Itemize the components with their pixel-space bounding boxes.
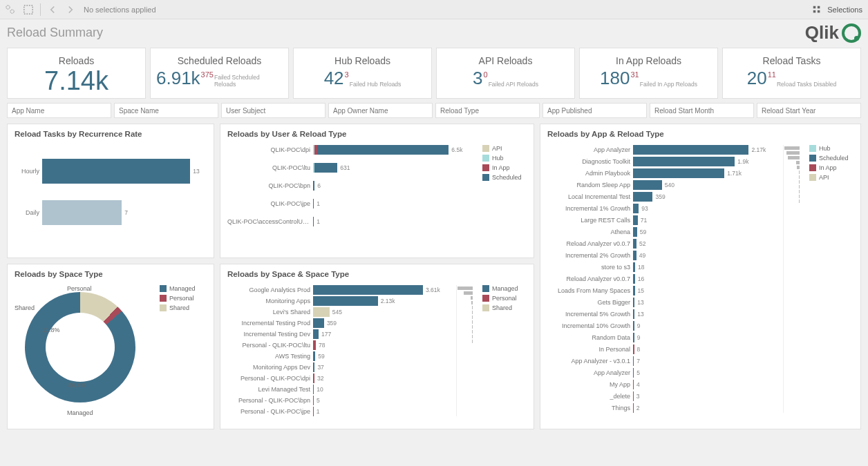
bar-label: Diagnostic Toolkit (547, 158, 630, 165)
bar-row[interactable]: Daily7 (15, 200, 207, 225)
bar-segment (313, 340, 316, 350)
bar-row[interactable]: Incremental 10% Growth9 (547, 321, 769, 331)
panel-by-space[interactable]: Reloads by Space & Space Type Google Ana… (220, 264, 534, 429)
bar-row[interactable]: Incremental Testing Prod359 (227, 318, 442, 328)
bar-row[interactable]: Local Incremental Test359 (547, 192, 769, 202)
step-back-icon[interactable] (45, 2, 60, 17)
bar-row[interactable]: App Analyzer5 (547, 368, 769, 378)
bar-row[interactable]: QLIK-POC\jpe1 (227, 199, 473, 208)
swatch-icon (482, 155, 489, 162)
panel-by-app[interactable]: Reloads by App & Reload Type App Analyze… (540, 124, 861, 429)
bar-row[interactable]: Random Data9 (547, 333, 769, 342)
bar-row[interactable]: My App4 (547, 380, 769, 389)
kpi-tasks[interactable]: Reload Tasks 20 11 Reload Tasks Disabled (722, 48, 861, 99)
bar-row[interactable]: Reload Analyzer v0.0.716 (547, 274, 769, 284)
bar-row[interactable]: Gets Bigger13 (547, 298, 769, 307)
legend-item[interactable]: In App (482, 164, 527, 171)
legend-item[interactable]: Shared (160, 304, 196, 311)
bar-row[interactable]: QLIK-POC\ltu631 (227, 163, 473, 173)
step-forward-icon[interactable] (63, 2, 78, 17)
kpi-inapp[interactable]: In App Reloads 180 31 Failed In App Relo… (579, 48, 718, 99)
legend-item[interactable]: Managed (160, 285, 196, 292)
bar-row[interactable]: Large REST Calls71 (547, 215, 769, 225)
kpi-reloads[interactable]: Reloads 7.14k (7, 48, 146, 99)
bar-row[interactable]: Loads From Many Spaces15 (547, 286, 769, 295)
bar-row[interactable]: Things2 (547, 403, 769, 413)
legend-item[interactable]: API (482, 145, 527, 152)
selections-panel-icon[interactable] (809, 2, 824, 17)
minimap-bar (799, 185, 800, 188)
legend-item[interactable]: Personal (160, 295, 196, 302)
minimap-bar (799, 190, 800, 193)
bar-row[interactable]: Personal - QLIK-POC\jpe1 (227, 407, 442, 416)
minimap-space[interactable] (456, 285, 473, 416)
minimap-bar (472, 335, 473, 338)
filter-reload-type[interactable]: Reload Type (435, 103, 540, 118)
selections-panel-label[interactable]: Selections (827, 6, 862, 14)
bar-row[interactable]: QLIK-POC\dpi6.5k (227, 145, 473, 155)
kpi-api[interactable]: API Reloads 3 0 Failed API Reloads (436, 48, 575, 99)
legend-item[interactable]: API (809, 174, 853, 181)
bar-row[interactable]: In Personal8 (547, 344, 769, 354)
bar-value: 78 (319, 342, 325, 349)
bar-row[interactable]: store to s318 (547, 262, 769, 272)
legend-item[interactable]: Shared (482, 304, 527, 311)
bar-row[interactable]: Athena59 (547, 227, 769, 237)
filter-user-subject[interactable]: User Subject (221, 103, 326, 118)
bar-row[interactable]: Levi Managed Test10 (227, 385, 442, 394)
bar-row[interactable]: App Analyzer2.17k (547, 145, 769, 155)
filter-app-owner-name[interactable]: App Owner Name (328, 103, 433, 118)
selections-tool-icon[interactable] (21, 2, 36, 17)
filter-app-name[interactable]: App Name (7, 103, 111, 118)
kpi-hub[interactable]: Hub Reloads 42 3 Failed Hub Reloads (293, 48, 432, 99)
filter-space-name[interactable]: Space Name (114, 103, 218, 118)
kpi-scheduled[interactable]: Scheduled Reloads 6.91k 375 Failed Sched… (150, 48, 289, 99)
bar-value: 8 (637, 346, 641, 353)
bar-row[interactable]: Personal - QLIK-POC\dpi32 (227, 373, 442, 383)
bar-row[interactable]: Admin Playbook1.71k (547, 168, 769, 178)
filter-reload-start-year[interactable]: Reload Start Year (757, 103, 861, 118)
bar-row[interactable]: Levi's Shared545 (227, 307, 442, 317)
legend-item[interactable]: Scheduled (809, 155, 853, 162)
bar-row[interactable]: Personal - QLIK-POC\ltu78 (227, 340, 442, 350)
legend-item[interactable]: Hub (482, 155, 527, 162)
legend-item[interactable]: In App (809, 164, 853, 171)
bar-row[interactable]: Google Analytics Prod3.61k (227, 285, 442, 295)
bar-row[interactable]: QLIK-POC\accessControlUser011 (227, 217, 473, 226)
logo-text: Qlik (805, 22, 839, 43)
legend-item[interactable]: Hub (809, 145, 853, 152)
bar-row[interactable]: _delete3 (547, 391, 769, 401)
filter-app-published[interactable]: App Published (542, 103, 647, 118)
bar-segment (633, 380, 634, 389)
bar-row[interactable]: QLIK-POC\bpn6 (227, 181, 473, 191)
bar-row[interactable]: Monitoring Apps Dev37 (227, 362, 442, 372)
logo-q-icon (842, 23, 861, 43)
bar-label: Things (547, 405, 630, 411)
bar-row[interactable]: Incremental 5% Growth13 (547, 309, 769, 319)
minimap-bar (796, 161, 800, 164)
bar-row[interactable]: Incremental 2% Growth49 (547, 251, 769, 260)
bar-row[interactable]: Diagnostic Toolkit1.9k (547, 157, 769, 166)
bar-row[interactable]: Hourly13 (15, 159, 207, 184)
bar-label: Incremental 1% Growth (547, 205, 630, 212)
bar-row[interactable]: Random Sleep App540 (547, 180, 769, 190)
bar-row[interactable]: Monitoring Apps2.13k (227, 296, 442, 306)
filter-reload-start-month[interactable]: Reload Start Month (650, 103, 754, 118)
kpi-row: Reloads 7.14k Scheduled Reloads 6.91k 37… (0, 46, 868, 103)
bar-row[interactable]: Incremental Testing Dev177 (227, 329, 442, 339)
smart-search-icon[interactable] (3, 2, 18, 17)
bar-row[interactable]: Personal - QLIK-POC\bpn5 (227, 396, 442, 405)
legend-item[interactable]: Personal (482, 295, 527, 302)
bar-row[interactable]: AWS Testing59 (227, 351, 442, 361)
bar-row[interactable]: App Analyzer - v3.0.17 (547, 356, 769, 366)
panel-by-user[interactable]: Reloads by User & Reload Type QLIK-POC\d… (220, 124, 534, 258)
panel-space-type[interactable]: Reloads by Space Type Personal Shared 11… (7, 264, 214, 429)
panel-recurrence[interactable]: Reload Tasks by Recurrence Rate Hourly13… (7, 124, 214, 258)
bar-label: Reload Analyzer v0.0.7 (547, 240, 630, 247)
minimap-app[interactable] (783, 145, 800, 413)
bar-row[interactable]: Incremental 1% Growth93 (547, 204, 769, 213)
legend-item[interactable]: Managed (482, 285, 527, 292)
bar-value: 7 (636, 358, 640, 365)
legend-item[interactable]: Scheduled (482, 174, 527, 181)
bar-row[interactable]: Reload Analyzer v0.0.752 (547, 239, 769, 249)
